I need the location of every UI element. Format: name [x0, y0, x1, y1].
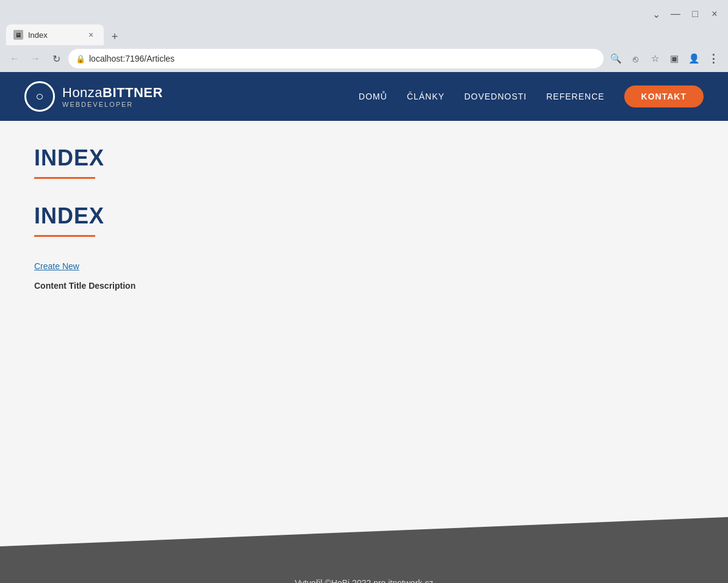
logo-circle: ○: [24, 81, 55, 112]
site-navigation: ○ HonzaBITTNER WEBDEVELOPER DOMŮ ČLÁNKY …: [0, 72, 728, 121]
new-tab-button[interactable]: +: [106, 28, 123, 45]
page-heading-2: INDEX: [34, 203, 694, 229]
logo-circle-icon: ○: [35, 89, 43, 104]
contact-button[interactable]: KONTAKT: [624, 85, 704, 107]
logo-name: HonzaBITTNER: [62, 85, 163, 101]
browser-chrome: ⌄ — □ × 🖥 Index × + ← → ↻ 🔒 localhost:71…: [0, 0, 728, 72]
toolbar-icons: 🔍 ⎋ ☆ ▣ 👤 ⋮: [607, 50, 722, 67]
logo-area[interactable]: ○ HonzaBITTNER WEBDEVELOPER: [24, 81, 163, 112]
tab-favicon: 🖥: [13, 30, 23, 40]
browser-tab-active[interactable]: 🖥 Index ×: [6, 24, 104, 45]
title-bar: ⌄ — □ ×: [0, 0, 728, 24]
chevron-down-icon[interactable]: ⌄: [649, 7, 663, 21]
search-icon[interactable]: 🔍: [607, 50, 624, 67]
address-bar-row: ← → ↻ 🔒 localhost:7196/Articles 🔍 ⎋ ☆ ▣ …: [0, 45, 728, 72]
bookmark-icon[interactable]: ☆: [646, 50, 663, 67]
close-button[interactable]: ×: [707, 7, 722, 21]
share-icon[interactable]: ⎋: [627, 50, 644, 67]
logo-text: HonzaBITTNER WEBDEVELOPER: [62, 85, 163, 108]
main-content: INDEX INDEX Create New Content Title Des…: [0, 121, 728, 518]
logo-subtitle: WEBDEVELOPER: [62, 101, 163, 108]
address-text: localhost:7196/Articles: [89, 54, 596, 63]
nav-links: DOMŮ ČLÁNKY DOVEDNOSTI REFERENCE KONTAKT: [359, 85, 704, 107]
footer-text: Vytvořil ©HoBi 2022 pro itnetwork.cz: [0, 578, 728, 583]
tab-close-button[interactable]: ×: [85, 29, 96, 40]
minimize-button[interactable]: —: [668, 7, 683, 21]
website: ○ HonzaBITTNER WEBDEVELOPER DOMŮ ČLÁNKY …: [0, 72, 728, 583]
back-button[interactable]: ←: [6, 50, 23, 67]
forward-button[interactable]: →: [27, 50, 44, 67]
create-new-link[interactable]: Create New: [34, 261, 694, 271]
nav-item-domu[interactable]: DOMŮ: [359, 92, 387, 101]
profile-icon[interactable]: 👤: [685, 50, 702, 67]
tabs-bar: 🖥 Index × +: [0, 24, 728, 45]
table-header: Content Title Description: [34, 281, 694, 291]
heading-underline-1: [34, 177, 95, 179]
address-bar[interactable]: 🔒 localhost:7196/Articles: [68, 49, 604, 68]
lock-icon: 🔒: [76, 54, 85, 63]
tab-title: Index: [28, 31, 81, 40]
refresh-button[interactable]: ↻: [48, 50, 65, 67]
heading-underline-2: [34, 235, 95, 237]
nav-item-reference[interactable]: REFERENCE: [546, 92, 604, 101]
content-wrapper: INDEX INDEX Create New Content Title Des…: [0, 121, 728, 566]
maximize-button[interactable]: □: [688, 7, 702, 21]
nav-item-clanky[interactable]: ČLÁNKY: [407, 92, 445, 101]
diagonal-cut: [0, 517, 728, 566]
nav-item-dovednosti[interactable]: DOVEDNOSTI: [464, 92, 527, 101]
title-bar-controls: ⌄ — □ ×: [649, 7, 722, 21]
site-footer: Vytvořil ©HoBi 2022 pro itnetwork.cz: [0, 566, 728, 583]
page-heading-1: INDEX: [34, 145, 694, 171]
more-menu-button[interactable]: ⋮: [705, 50, 722, 67]
sidebar-icon[interactable]: ▣: [666, 50, 683, 67]
